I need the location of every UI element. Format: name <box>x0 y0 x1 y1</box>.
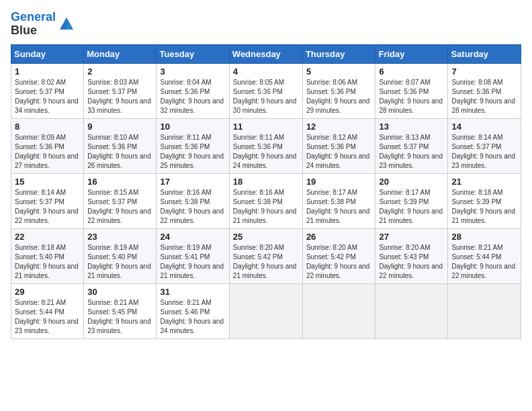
day-number: 24 <box>160 232 225 242</box>
calendar-week-row: 15 Sunrise: 8:14 AMSunset: 5:37 PMDaylig… <box>11 173 521 228</box>
calendar-header-thursday: Thursday <box>302 44 375 63</box>
calendar-day-cell: 30 Sunrise: 8:21 AMSunset: 5:45 PMDaylig… <box>84 283 157 338</box>
calendar-day-cell: 13 Sunrise: 8:13 AMSunset: 5:37 PMDaylig… <box>375 118 448 173</box>
calendar-week-row: 29 Sunrise: 8:21 AMSunset: 5:44 PMDaylig… <box>11 283 521 338</box>
day-number: 9 <box>87 122 152 132</box>
calendar-day-cell: 6 Sunrise: 8:07 AMSunset: 5:36 PMDayligh… <box>375 63 448 118</box>
day-number: 19 <box>306 177 372 187</box>
calendar-header-tuesday: Tuesday <box>157 44 229 63</box>
calendar-day-cell: 23 Sunrise: 8:19 AMSunset: 5:40 PMDaylig… <box>84 228 157 283</box>
calendar-day-cell: 26 Sunrise: 8:20 AMSunset: 5:42 PMDaylig… <box>302 228 375 283</box>
calendar-header-row: SundayMondayTuesdayWednesdayThursdayFrid… <box>11 44 521 63</box>
day-number: 23 <box>87 232 152 242</box>
calendar-day-cell: 21 Sunrise: 8:18 AMSunset: 5:39 PMDaylig… <box>448 173 521 228</box>
day-info: Sunrise: 8:21 AMSunset: 5:44 PMDaylight:… <box>15 299 79 334</box>
day-info: Sunrise: 8:09 AMSunset: 5:36 PMDaylight:… <box>15 134 79 169</box>
calendar-day-cell <box>302 283 375 338</box>
calendar-header-saturday: Saturday <box>448 44 521 63</box>
day-info: Sunrise: 8:19 AMSunset: 5:41 PMDaylight:… <box>160 244 224 279</box>
calendar-table: SundayMondayTuesdayWednesdayThursdayFrid… <box>11 44 521 339</box>
calendar-day-cell: 9 Sunrise: 8:10 AMSunset: 5:36 PMDayligh… <box>84 118 157 173</box>
calendar-header-friday: Friday <box>375 44 448 63</box>
day-number: 28 <box>451 232 517 242</box>
day-info: Sunrise: 8:05 AMSunset: 5:36 PMDaylight:… <box>233 79 297 114</box>
calendar-day-cell: 7 Sunrise: 8:08 AMSunset: 5:36 PMDayligh… <box>448 63 521 118</box>
calendar-week-row: 22 Sunrise: 8:18 AMSunset: 5:40 PMDaylig… <box>11 228 521 283</box>
calendar-day-cell: 15 Sunrise: 8:14 AMSunset: 5:37 PMDaylig… <box>11 173 84 228</box>
calendar-day-cell: 20 Sunrise: 8:17 AMSunset: 5:39 PMDaylig… <box>375 173 448 228</box>
day-number: 13 <box>379 122 444 132</box>
day-number: 21 <box>451 177 517 187</box>
day-info: Sunrise: 8:08 AMSunset: 5:36 PMDaylight:… <box>451 79 515 114</box>
day-info: Sunrise: 8:17 AMSunset: 5:39 PMDaylight:… <box>379 189 443 224</box>
calendar-day-cell: 22 Sunrise: 8:18 AMSunset: 5:40 PMDaylig… <box>11 228 84 283</box>
day-number: 20 <box>379 177 444 187</box>
calendar-day-cell: 17 Sunrise: 8:16 AMSunset: 5:38 PMDaylig… <box>157 173 229 228</box>
day-info: Sunrise: 8:06 AMSunset: 5:36 PMDaylight:… <box>306 79 370 114</box>
day-number: 29 <box>15 287 80 297</box>
calendar-day-cell: 25 Sunrise: 8:20 AMSunset: 5:42 PMDaylig… <box>229 228 302 283</box>
logo-text: GeneralBlue <box>11 11 56 38</box>
day-info: Sunrise: 8:02 AMSunset: 5:37 PMDaylight:… <box>15 79 79 114</box>
day-number: 22 <box>15 232 80 242</box>
day-info: Sunrise: 8:15 AMSunset: 5:37 PMDaylight:… <box>87 189 151 224</box>
day-number: 31 <box>160 287 225 297</box>
calendar-week-row: 8 Sunrise: 8:09 AMSunset: 5:36 PMDayligh… <box>11 118 521 173</box>
calendar-day-cell: 16 Sunrise: 8:15 AMSunset: 5:37 PMDaylig… <box>84 173 157 228</box>
day-info: Sunrise: 8:14 AMSunset: 5:37 PMDaylight:… <box>15 189 79 224</box>
day-number: 5 <box>306 66 372 77</box>
day-number: 6 <box>379 66 444 77</box>
logo: GeneralBlue <box>11 11 76 38</box>
day-number: 3 <box>160 66 225 77</box>
day-info: Sunrise: 8:11 AMSunset: 5:36 PMDaylight:… <box>233 134 297 169</box>
day-number: 10 <box>160 122 225 132</box>
day-info: Sunrise: 8:03 AMSunset: 5:37 PMDaylight:… <box>87 79 151 114</box>
calendar-day-cell <box>229 283 302 338</box>
day-number: 11 <box>233 122 299 132</box>
calendar-header-wednesday: Wednesday <box>229 44 302 63</box>
calendar-day-cell: 24 Sunrise: 8:19 AMSunset: 5:41 PMDaylig… <box>157 228 229 283</box>
day-number: 15 <box>15 177 80 187</box>
calendar-day-cell: 28 Sunrise: 8:21 AMSunset: 5:44 PMDaylig… <box>448 228 521 283</box>
calendar-day-cell: 29 Sunrise: 8:21 AMSunset: 5:44 PMDaylig… <box>11 283 84 338</box>
day-info: Sunrise: 8:12 AMSunset: 5:36 PMDaylight:… <box>306 134 370 169</box>
calendar-day-cell: 18 Sunrise: 8:16 AMSunset: 5:38 PMDaylig… <box>229 173 302 228</box>
day-info: Sunrise: 8:20 AMSunset: 5:43 PMDaylight:… <box>379 244 443 279</box>
calendar-day-cell: 19 Sunrise: 8:17 AMSunset: 5:38 PMDaylig… <box>302 173 375 228</box>
day-number: 17 <box>160 177 225 187</box>
day-info: Sunrise: 8:21 AMSunset: 5:45 PMDaylight:… <box>87 299 151 334</box>
calendar-header-sunday: Sunday <box>11 44 84 63</box>
calendar-day-cell: 31 Sunrise: 8:21 AMSunset: 5:46 PMDaylig… <box>157 283 229 338</box>
day-info: Sunrise: 8:18 AMSunset: 5:40 PMDaylight:… <box>15 244 79 279</box>
calendar-container: GeneralBlue SundayMondayTuesdayWednesday… <box>0 0 532 346</box>
calendar-day-cell: 12 Sunrise: 8:12 AMSunset: 5:36 PMDaylig… <box>302 118 375 173</box>
day-info: Sunrise: 8:17 AMSunset: 5:38 PMDaylight:… <box>306 189 370 224</box>
calendar-day-cell: 14 Sunrise: 8:14 AMSunset: 5:37 PMDaylig… <box>448 118 521 173</box>
calendar-day-cell: 5 Sunrise: 8:06 AMSunset: 5:36 PMDayligh… <box>302 63 375 118</box>
day-info: Sunrise: 8:07 AMSunset: 5:36 PMDaylight:… <box>379 79 443 114</box>
calendar-week-row: 1 Sunrise: 8:02 AMSunset: 5:37 PMDayligh… <box>11 63 521 118</box>
day-info: Sunrise: 8:16 AMSunset: 5:38 PMDaylight:… <box>233 189 297 224</box>
calendar-day-cell: 27 Sunrise: 8:20 AMSunset: 5:43 PMDaylig… <box>375 228 448 283</box>
day-info: Sunrise: 8:16 AMSunset: 5:38 PMDaylight:… <box>160 189 224 224</box>
day-number: 16 <box>87 177 152 187</box>
day-number: 7 <box>451 66 517 77</box>
day-info: Sunrise: 8:18 AMSunset: 5:39 PMDaylight:… <box>451 189 515 224</box>
calendar-day-cell: 4 Sunrise: 8:05 AMSunset: 5:36 PMDayligh… <box>229 63 302 118</box>
day-info: Sunrise: 8:21 AMSunset: 5:44 PMDaylight:… <box>451 244 515 279</box>
day-number: 18 <box>233 177 299 187</box>
day-number: 14 <box>451 122 517 132</box>
day-info: Sunrise: 8:20 AMSunset: 5:42 PMDaylight:… <box>306 244 370 279</box>
day-number: 1 <box>15 66 80 77</box>
day-info: Sunrise: 8:11 AMSunset: 5:36 PMDaylight:… <box>160 134 224 169</box>
day-number: 2 <box>87 66 152 77</box>
calendar-day-cell: 8 Sunrise: 8:09 AMSunset: 5:36 PMDayligh… <box>11 118 84 173</box>
day-info: Sunrise: 8:19 AMSunset: 5:40 PMDaylight:… <box>87 244 151 279</box>
day-info: Sunrise: 8:21 AMSunset: 5:46 PMDaylight:… <box>160 299 224 334</box>
header: GeneralBlue <box>11 11 521 38</box>
day-info: Sunrise: 8:14 AMSunset: 5:37 PMDaylight:… <box>451 134 515 169</box>
day-info: Sunrise: 8:04 AMSunset: 5:36 PMDaylight:… <box>160 79 224 114</box>
day-number: 27 <box>379 232 444 242</box>
logo-icon <box>57 15 76 34</box>
calendar-header-monday: Monday <box>84 44 157 63</box>
